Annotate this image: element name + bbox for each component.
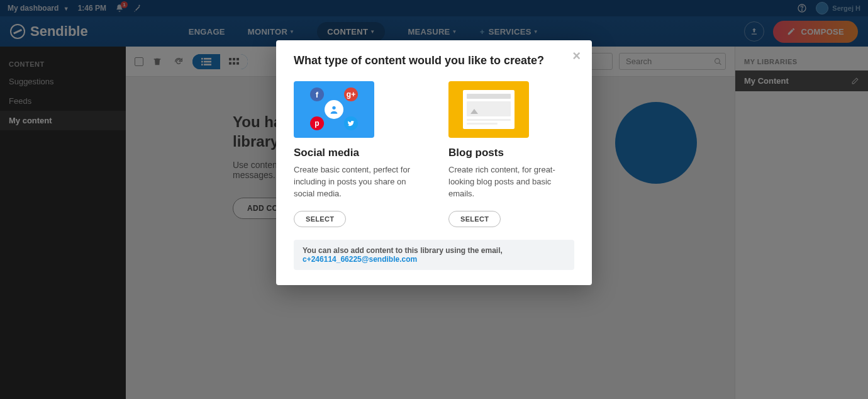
option-blog-posts: Blog posts Create rich content, for grea… [448, 81, 574, 227]
googleplus-icon: g+ [344, 87, 358, 101]
modal-title: What type of content would you like to c… [294, 54, 574, 67]
blog-illustration [448, 81, 529, 138]
select-blog-button[interactable]: SELECT [448, 211, 501, 227]
option-description: Create rich content, for great-looking b… [448, 164, 574, 201]
facebook-icon: f [310, 87, 324, 101]
option-title: Social media [294, 147, 420, 159]
option-description: Create basic content, perfect for includ… [294, 164, 420, 201]
modal-footer: You can also add content to this library… [294, 240, 574, 270]
svg-point-15 [332, 106, 335, 110]
modal-close-button[interactable]: × [572, 48, 581, 64]
footer-email-link[interactable]: c+246114_66225@sendible.com [303, 255, 417, 264]
footer-text: You can also add content to this library… [303, 246, 503, 255]
person-icon [325, 100, 343, 119]
modal-overlay[interactable]: × What type of content would you like to… [0, 0, 868, 399]
social-media-illustration: f g+ p [294, 81, 374, 138]
option-social-media: f g+ p Social media Create basic content… [294, 81, 420, 227]
twitter-icon [344, 116, 358, 130]
option-title: Blog posts [448, 147, 574, 159]
select-social-button[interactable]: SELECT [294, 211, 346, 227]
create-content-modal: × What type of content would you like to… [276, 40, 592, 285]
pinterest-icon: p [310, 116, 324, 130]
